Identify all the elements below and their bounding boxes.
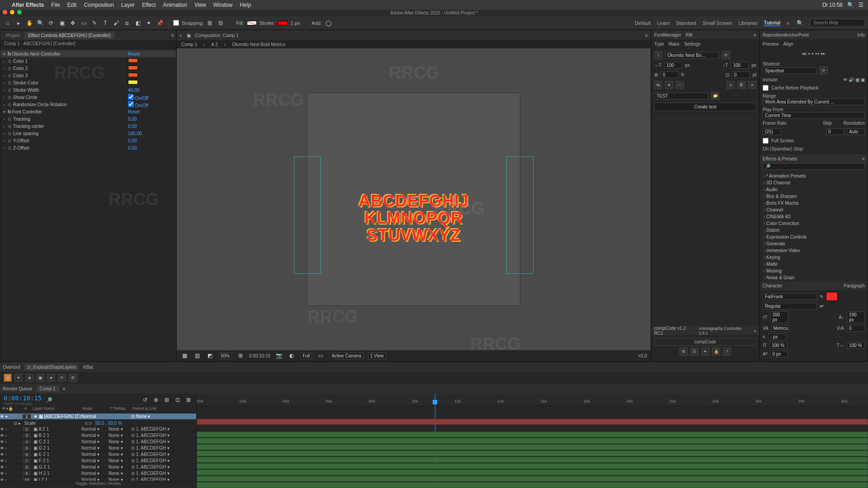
workspace-libraries[interactable]: Libraries xyxy=(738,20,757,26)
loop-icon[interactable]: ⟳ xyxy=(820,66,828,75)
playback-next-icon[interactable]: ▶▶ xyxy=(815,51,820,56)
layer-row[interactable]: 👁 ›3▣ B 2 1Normal ▾None ▾⊙ 1. ABCDEFGH ▾ xyxy=(0,432,196,439)
cc-btn5-icon[interactable]: ? xyxy=(723,347,731,356)
effect-group-1[interactable]: Okomito Next Controller xyxy=(11,52,128,56)
subtab-make[interactable]: Make xyxy=(669,42,679,47)
layer-bar[interactable] xyxy=(197,457,868,463)
tracking-input[interactable]: 0 xyxy=(847,325,865,332)
kbar-btn1-icon[interactable]: ◆ xyxy=(4,374,12,382)
view-opt-icon[interactable]: ▭ xyxy=(316,352,325,360)
layer-bar[interactable] xyxy=(197,450,868,456)
color-swatch[interactable] xyxy=(128,73,138,77)
menu-file[interactable]: File xyxy=(51,2,60,8)
kbar-btn2-icon[interactable]: ✦ xyxy=(14,374,23,382)
ep-item[interactable]: Keying xyxy=(760,254,868,261)
tab-timeline-comp[interactable]: Comp 1 xyxy=(36,385,59,392)
tab-rift[interactable]: Rift xyxy=(685,33,692,38)
resolution-select[interactable]: Auto xyxy=(847,128,865,135)
tab-compcode[interactable]: compCode v1.2 RC1 xyxy=(654,326,694,336)
minimize-icon[interactable] xyxy=(10,10,14,14)
fill-swatch[interactable] xyxy=(247,21,257,25)
eyedropper-icon[interactable]: ✎ xyxy=(820,294,823,299)
exposure-label[interactable]: +0,0 xyxy=(638,353,647,358)
fullscreen-checkbox[interactable] xyxy=(763,138,769,144)
leading-input[interactable]: 190 px xyxy=(847,311,865,323)
cc-btn4-icon[interactable]: 🔒 xyxy=(712,347,720,356)
align-right-icon[interactable]: ≡ xyxy=(748,81,756,89)
stroke-width[interactable]: 1 px xyxy=(290,20,300,26)
timeline-timecode[interactable]: 0:00:10:15 xyxy=(4,394,42,402)
vscale-input[interactable]: 100 % xyxy=(769,342,788,349)
playback-play-icon[interactable]: ▶ xyxy=(811,51,814,56)
prop-checkbox[interactable] xyxy=(128,94,134,100)
eraser-tool-icon[interactable]: ◧ xyxy=(134,19,142,27)
menu-layer[interactable]: Layer xyxy=(121,2,135,8)
channel-icon[interactable]: ◐ xyxy=(288,352,296,360)
reset-link-2[interactable]: Reset xyxy=(128,109,173,114)
char-font-select[interactable]: FatFrank xyxy=(763,293,817,300)
tab-reposition[interactable]: RepositionAnchorPoint xyxy=(763,33,809,38)
panel-menu-icon[interactable]: ≡ xyxy=(63,386,66,391)
tab-character[interactable]: Character xyxy=(763,283,783,288)
close-icon[interactable] xyxy=(3,10,7,14)
ep-item[interactable]: 3D Channel xyxy=(760,179,868,186)
layer-bar[interactable] xyxy=(197,469,868,475)
fontsize-input[interactable]: 200 px xyxy=(770,311,788,323)
brush-tool-icon[interactable]: 🖌 xyxy=(112,19,120,27)
tl-opt3-icon[interactable]: ⊞ xyxy=(163,396,171,404)
framerate-select[interactable]: (25) xyxy=(763,128,781,135)
prop-value[interactable]: 0,00 xyxy=(128,145,173,150)
ep-item[interactable]: CINEMA 4D xyxy=(760,213,868,220)
subtab-type[interactable]: Type xyxy=(654,42,664,47)
layer-row[interactable]: 👁 ›7▣ F 2 1Normal ▾None ▾⊙ 1. ABCDEFGH ▾ xyxy=(0,458,196,464)
ep-search-input[interactable]: 🔎 xyxy=(763,163,865,170)
mask-icon[interactable]: ◩ xyxy=(206,352,214,360)
views-select[interactable]: 1 View xyxy=(368,352,386,359)
effect-group-2[interactable]: Font Controller xyxy=(11,109,128,114)
search-help-input[interactable]: Search Help xyxy=(810,19,864,27)
rotate-tool-icon[interactable]: ⟳ xyxy=(47,19,55,27)
ep-item[interactable]: Distort xyxy=(760,227,868,234)
playback-last-icon[interactable]: ⏭ xyxy=(821,51,826,56)
param-a-input[interactable]: 0 xyxy=(660,71,679,78)
skip-input[interactable]: 0 xyxy=(826,128,844,135)
reset-link[interactable]: Reset xyxy=(128,52,173,56)
cc-btn3-icon[interactable]: ✦ xyxy=(701,347,709,356)
text-tool-icon[interactable]: T xyxy=(101,19,109,27)
layer-bar[interactable] xyxy=(197,482,868,488)
kbar-tools-icon[interactable]: ✕ xyxy=(58,374,66,382)
layer-row-selected[interactable]: 👁 ▾ 1 ★ ▦ [ABCDEFGHIJ [Controller]] Norm… xyxy=(0,413,196,420)
tl-opt1-icon[interactable]: ↺ xyxy=(141,396,149,404)
ep-item[interactable]: Color Correction xyxy=(760,220,868,227)
menu-window[interactable]: Window xyxy=(213,2,233,8)
comp-back-icon[interactable]: « xyxy=(179,33,182,38)
prop-value[interactable]: 100,00 xyxy=(128,131,173,136)
workspace-default[interactable]: Default xyxy=(635,20,651,26)
kbar-btn3-icon[interactable]: ◈ xyxy=(25,374,33,382)
swap-color-icon[interactable]: ⇄ xyxy=(820,304,823,309)
height-input[interactable]: 100 xyxy=(731,62,749,69)
effect-prop[interactable]: Color 1 xyxy=(12,59,128,64)
ep-item[interactable]: * Animation Presets xyxy=(760,173,868,179)
hscale-input[interactable]: 100 % xyxy=(847,342,865,349)
crumb-metrics[interactable]: Okomito Next Bold Metrics xyxy=(232,42,285,47)
subtab-settings[interactable]: Settings xyxy=(684,42,700,47)
playback-prev-icon[interactable]: ◀ xyxy=(808,51,810,56)
snap-opt2-icon[interactable]: ⊟ xyxy=(217,19,225,27)
crumb-a2[interactable]: A 2 xyxy=(211,42,217,47)
ep-item[interactable]: Channel xyxy=(760,206,868,213)
menubar-menu-icon[interactable]: ☰ xyxy=(859,2,863,8)
tab-paragraph[interactable]: Paragraph xyxy=(844,283,865,288)
info-icon[interactable]: i xyxy=(654,51,662,59)
effect-prop[interactable]: Line spacing xyxy=(12,131,128,136)
ep-item[interactable]: Immersive Video xyxy=(760,247,868,254)
cc-btn2-icon[interactable]: ☰ xyxy=(690,347,698,356)
fill-color-well[interactable] xyxy=(826,292,838,301)
res-icon[interactable]: ⊞ xyxy=(236,352,245,360)
tl-opt2-icon[interactable]: ⊕ xyxy=(152,396,160,404)
shortcut-select[interactable]: Spacebar xyxy=(763,67,817,74)
kbar-gear-icon[interactable]: ⚙ xyxy=(69,374,77,382)
width-input[interactable]: 100 xyxy=(664,62,682,69)
layer-bar[interactable] xyxy=(197,438,868,444)
menu-animation[interactable]: Animation xyxy=(163,2,187,8)
